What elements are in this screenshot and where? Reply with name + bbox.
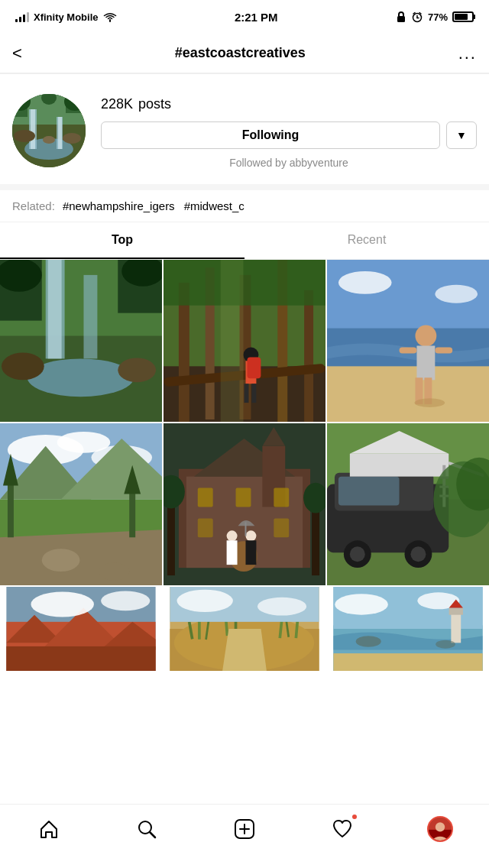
battery-text: 77%	[428, 11, 448, 23]
svg-point-74	[99, 562, 129, 581]
svg-point-102	[350, 546, 365, 562]
home-nav-item[interactable]	[30, 810, 68, 848]
svg-rect-41	[164, 260, 325, 306]
dropdown-button[interactable]: ▼	[446, 121, 477, 149]
grid-item-3[interactable]	[327, 260, 489, 422]
svg-rect-81	[198, 488, 213, 507]
svg-point-52	[415, 326, 436, 347]
svg-rect-40	[304, 290, 313, 422]
svg-point-16	[43, 136, 55, 144]
svg-marker-68	[0, 530, 162, 585]
tabs-row: Top Recent	[0, 222, 489, 260]
follow-row: Following ▼	[101, 121, 477, 149]
svg-point-146	[356, 636, 381, 647]
profile-info: 228K posts Following ▼ Followed by abbyv…	[101, 89, 477, 172]
svg-rect-88	[227, 540, 238, 565]
nav-header: < #eastcoastcreatives ...	[0, 34, 489, 73]
svg-rect-53	[416, 345, 435, 380]
profile-avatar-icon	[427, 816, 453, 842]
svg-point-141	[335, 594, 388, 615]
add-nav-item[interactable]	[225, 810, 264, 848]
svg-point-87	[227, 530, 238, 541]
svg-line-149	[150, 832, 155, 837]
lock-icon	[396, 11, 406, 23]
home-icon	[38, 818, 60, 840]
more-button[interactable]: ...	[458, 44, 477, 63]
svg-rect-84	[198, 518, 213, 537]
notification-dot	[351, 813, 358, 821]
svg-point-121	[101, 591, 150, 611]
svg-rect-92	[167, 500, 175, 576]
bottom-nav	[0, 804, 489, 868]
status-right: 77%	[396, 11, 474, 23]
svg-rect-143	[451, 611, 461, 643]
svg-rect-94	[312, 507, 319, 575]
grid-item-2[interactable]	[164, 260, 325, 422]
profile-section: 228K posts Following ▼ Followed by abbyv…	[0, 74, 489, 184]
add-icon	[234, 818, 255, 840]
svg-point-136	[257, 598, 306, 616]
svg-rect-45	[244, 384, 249, 403]
svg-point-14	[14, 130, 35, 142]
status-left: Xfinity Mobile	[15, 11, 117, 23]
svg-rect-90	[245, 540, 256, 565]
search-nav-item[interactable]	[128, 810, 166, 848]
posts-count: 228K posts	[101, 89, 477, 114]
signal-bars	[15, 12, 29, 22]
svg-point-58	[414, 398, 445, 407]
grid-item-6[interactable]	[327, 423, 489, 585]
related-tag-0[interactable]: #newhampshire_igers	[63, 199, 175, 212]
svg-rect-11	[31, 109, 35, 149]
svg-rect-0	[397, 16, 405, 22]
svg-point-15	[63, 133, 81, 144]
profile-nav-item[interactable]	[421, 810, 459, 848]
svg-rect-85	[274, 518, 289, 537]
svg-point-89	[245, 530, 256, 541]
tab-top[interactable]: Top	[0, 222, 244, 259]
svg-rect-51	[327, 366, 489, 422]
photo-grid	[0, 260, 489, 671]
svg-rect-144	[449, 608, 463, 615]
grid-item-4[interactable]	[0, 423, 162, 585]
search-icon	[136, 818, 157, 840]
svg-rect-26	[83, 275, 97, 358]
heart-nav-item[interactable]	[323, 810, 361, 848]
tab-recent[interactable]: Recent	[244, 222, 489, 259]
related-tag-1[interactable]: #midwest_c	[184, 199, 244, 212]
section-divider	[0, 184, 489, 190]
grid-item-8[interactable]	[164, 587, 325, 671]
battery-icon	[452, 11, 474, 22]
svg-rect-105	[350, 454, 449, 477]
status-bar: Xfinity Mobile 2:21 PM 77%	[0, 0, 489, 34]
alarm-icon	[411, 11, 423, 23]
grid-item-5[interactable]	[164, 423, 325, 585]
carrier-text: Xfinity Mobile	[34, 11, 99, 23]
svg-point-60	[435, 285, 478, 303]
svg-marker-133	[222, 629, 267, 671]
grid-item-7[interactable]	[0, 587, 162, 671]
wifi-icon	[103, 11, 117, 22]
svg-point-64	[57, 432, 111, 453]
svg-point-155	[436, 822, 445, 831]
following-button[interactable]: Following	[101, 121, 440, 149]
svg-rect-13	[58, 117, 62, 149]
status-time: 2:21 PM	[235, 11, 278, 24]
related-tags: #newhampshire_igers #midwest_c	[63, 199, 244, 212]
related-section: Related: #newhampshire_igers #midwest_c	[0, 190, 489, 222]
svg-rect-139	[333, 653, 482, 671]
svg-rect-57	[435, 347, 452, 353]
svg-rect-25	[48, 260, 62, 358]
svg-point-28	[2, 352, 44, 380]
svg-rect-82	[236, 488, 251, 507]
svg-point-147	[436, 640, 455, 649]
svg-rect-47	[247, 357, 261, 378]
svg-point-73	[42, 549, 80, 572]
svg-point-29	[118, 358, 156, 382]
grid-item-9[interactable]	[327, 587, 489, 671]
grid-item-1[interactable]	[0, 260, 162, 422]
heart-icon	[332, 818, 353, 840]
back-button[interactable]: <	[12, 44, 22, 63]
svg-rect-56	[400, 347, 417, 353]
svg-rect-46	[251, 384, 256, 403]
svg-rect-71	[129, 492, 135, 538]
